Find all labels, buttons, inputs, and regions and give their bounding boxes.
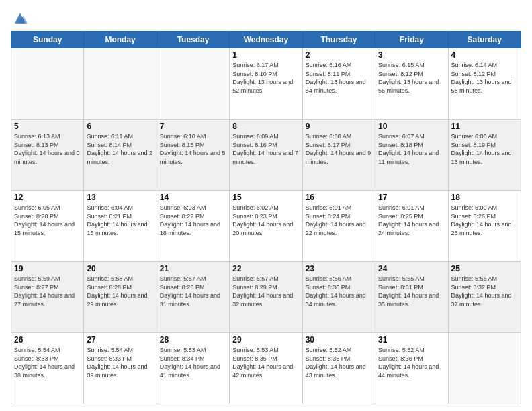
- day-number: 5: [14, 122, 81, 131]
- day-header-wednesday: Wednesday: [230, 32, 302, 48]
- day-info: Sunrise: 5:55 AMSunset: 8:31 PMDaylight:…: [378, 275, 445, 308]
- day-info: Sunrise: 5:57 AMSunset: 8:29 PMDaylight:…: [232, 275, 299, 308]
- calendar-cell: 24Sunrise: 5:55 AMSunset: 8:31 PMDayligh…: [375, 262, 448, 333]
- day-info: Sunrise: 5:53 AMSunset: 8:35 PMDaylight:…: [232, 346, 299, 379]
- day-info: Sunrise: 6:10 AMSunset: 8:15 PMDaylight:…: [160, 132, 226, 166]
- day-header-tuesday: Tuesday: [157, 32, 229, 48]
- calendar-week-row: 26Sunrise: 5:54 AMSunset: 8:33 PMDayligh…: [11, 333, 521, 404]
- day-number: 19: [14, 264, 81, 273]
- logo: [11, 11, 28, 26]
- calendar-week-row: 1Sunrise: 6:17 AMSunset: 8:10 PMDaylight…: [11, 48, 521, 120]
- day-info: Sunrise: 6:17 AMSunset: 8:10 PMDaylight:…: [232, 61, 299, 95]
- day-number: 16: [306, 193, 372, 202]
- day-info: Sunrise: 6:11 AMSunset: 8:14 PMDaylight:…: [87, 132, 153, 166]
- day-number: 7: [160, 122, 226, 131]
- day-header-thursday: Thursday: [302, 32, 375, 48]
- day-number: 13: [87, 193, 153, 202]
- calendar-cell: 4Sunrise: 6:14 AMSunset: 8:12 PMDaylight…: [448, 48, 521, 120]
- calendar-cell: 30Sunrise: 5:52 AMSunset: 8:36 PMDayligh…: [302, 333, 375, 404]
- day-info: Sunrise: 5:56 AMSunset: 8:30 PMDaylight:…: [306, 275, 372, 308]
- day-number: 28: [160, 335, 226, 345]
- page: SundayMondayTuesdayWednesdayThursdayFrid…: [0, 0, 532, 411]
- calendar-cell: 27Sunrise: 5:54 AMSunset: 8:33 PMDayligh…: [84, 333, 157, 404]
- calendar-cell: 29Sunrise: 5:53 AMSunset: 8:35 PMDayligh…: [230, 333, 302, 404]
- day-number: 2: [306, 50, 372, 60]
- day-info: Sunrise: 6:08 AMSunset: 8:17 PMDaylight:…: [306, 132, 372, 166]
- day-info: Sunrise: 6:00 AMSunset: 8:26 PMDaylight:…: [451, 203, 518, 237]
- calendar-cell: 19Sunrise: 5:59 AMSunset: 8:27 PMDayligh…: [11, 262, 84, 333]
- day-number: 15: [232, 193, 299, 202]
- day-number: 11: [451, 122, 518, 131]
- calendar-cell: 15Sunrise: 6:02 AMSunset: 8:23 PMDayligh…: [230, 191, 302, 262]
- day-header-monday: Monday: [84, 32, 157, 48]
- calendar-cell: 8Sunrise: 6:09 AMSunset: 8:16 PMDaylight…: [230, 120, 302, 191]
- day-number: 4: [451, 50, 518, 60]
- day-number: 12: [14, 193, 81, 202]
- day-number: 18: [451, 193, 518, 202]
- day-number: 27: [87, 335, 153, 345]
- calendar-cell: 14Sunrise: 6:03 AMSunset: 8:22 PMDayligh…: [157, 191, 229, 262]
- day-info: Sunrise: 6:03 AMSunset: 8:22 PMDaylight:…: [160, 203, 226, 237]
- calendar-week-row: 12Sunrise: 6:05 AMSunset: 8:20 PMDayligh…: [11, 191, 521, 262]
- day-number: 17: [378, 193, 445, 202]
- calendar-cell: 18Sunrise: 6:00 AMSunset: 8:26 PMDayligh…: [448, 191, 521, 262]
- calendar-cell: 2Sunrise: 6:16 AMSunset: 8:11 PMDaylight…: [302, 48, 375, 120]
- calendar-cell: 3Sunrise: 6:15 AMSunset: 8:12 PMDaylight…: [375, 48, 448, 120]
- calendar-cell: 20Sunrise: 5:58 AMSunset: 8:28 PMDayligh…: [84, 262, 157, 333]
- day-info: Sunrise: 6:13 AMSunset: 8:13 PMDaylight:…: [14, 132, 81, 166]
- calendar-cell: 12Sunrise: 6:05 AMSunset: 8:20 PMDayligh…: [11, 191, 84, 262]
- day-info: Sunrise: 6:15 AMSunset: 8:12 PMDaylight:…: [378, 61, 445, 95]
- calendar-cell: [11, 48, 84, 120]
- day-info: Sunrise: 5:54 AMSunset: 8:33 PMDaylight:…: [87, 346, 153, 379]
- day-info: Sunrise: 6:01 AMSunset: 8:25 PMDaylight:…: [378, 203, 445, 237]
- day-number: 6: [87, 122, 153, 131]
- day-info: Sunrise: 5:53 AMSunset: 8:34 PMDaylight:…: [160, 346, 226, 379]
- calendar-cell: [157, 48, 229, 120]
- calendar-cell: 7Sunrise: 6:10 AMSunset: 8:15 PMDaylight…: [157, 120, 229, 191]
- day-number: 30: [306, 335, 372, 345]
- calendar-cell: 1Sunrise: 6:17 AMSunset: 8:10 PMDaylight…: [230, 48, 302, 120]
- day-header-saturday: Saturday: [448, 32, 521, 48]
- day-header-sunday: Sunday: [11, 32, 84, 48]
- day-number: 31: [378, 335, 445, 345]
- calendar-cell: 21Sunrise: 5:57 AMSunset: 8:28 PMDayligh…: [157, 262, 229, 333]
- day-number: 8: [232, 122, 299, 131]
- logo-text: [11, 11, 28, 26]
- calendar-cell: 9Sunrise: 6:08 AMSunset: 8:17 PMDaylight…: [302, 120, 375, 191]
- calendar-cell: 23Sunrise: 5:56 AMSunset: 8:30 PMDayligh…: [302, 262, 375, 333]
- day-info: Sunrise: 5:58 AMSunset: 8:28 PMDaylight:…: [87, 275, 153, 308]
- day-number: 26: [14, 335, 81, 345]
- day-info: Sunrise: 6:02 AMSunset: 8:23 PMDaylight:…: [232, 203, 299, 237]
- calendar-table: SundayMondayTuesdayWednesdayThursdayFrid…: [11, 31, 521, 404]
- day-info: Sunrise: 5:52 AMSunset: 8:36 PMDaylight:…: [378, 346, 445, 379]
- day-number: 10: [378, 122, 445, 131]
- day-number: 3: [378, 50, 445, 60]
- calendar-cell: 22Sunrise: 5:57 AMSunset: 8:29 PMDayligh…: [230, 262, 302, 333]
- day-info: Sunrise: 6:01 AMSunset: 8:24 PMDaylight:…: [306, 203, 372, 237]
- day-info: Sunrise: 6:06 AMSunset: 8:19 PMDaylight:…: [451, 132, 518, 166]
- day-number: 25: [451, 264, 518, 273]
- day-info: Sunrise: 5:57 AMSunset: 8:28 PMDaylight:…: [160, 275, 226, 308]
- calendar-cell: 10Sunrise: 6:07 AMSunset: 8:18 PMDayligh…: [375, 120, 448, 191]
- day-number: 14: [160, 193, 226, 202]
- header: [11, 8, 521, 26]
- calendar-cell: 5Sunrise: 6:13 AMSunset: 8:13 PMDaylight…: [11, 120, 84, 191]
- calendar-cell: 17Sunrise: 6:01 AMSunset: 8:25 PMDayligh…: [375, 191, 448, 262]
- day-number: 22: [232, 264, 299, 273]
- calendar-week-row: 19Sunrise: 5:59 AMSunset: 8:27 PMDayligh…: [11, 262, 521, 333]
- day-header-friday: Friday: [375, 32, 448, 48]
- calendar-cell: 31Sunrise: 5:52 AMSunset: 8:36 PMDayligh…: [375, 333, 448, 404]
- calendar-week-row: 5Sunrise: 6:13 AMSunset: 8:13 PMDaylight…: [11, 120, 521, 191]
- calendar-cell: 11Sunrise: 6:06 AMSunset: 8:19 PMDayligh…: [448, 120, 521, 191]
- calendar-cell: 13Sunrise: 6:04 AMSunset: 8:21 PMDayligh…: [84, 191, 157, 262]
- day-number: 20: [87, 264, 153, 273]
- day-info: Sunrise: 5:52 AMSunset: 8:36 PMDaylight:…: [306, 346, 372, 379]
- day-info: Sunrise: 5:55 AMSunset: 8:32 PMDaylight:…: [451, 275, 518, 308]
- calendar-cell: [448, 333, 521, 404]
- day-info: Sunrise: 6:09 AMSunset: 8:16 PMDaylight:…: [232, 132, 299, 166]
- day-info: Sunrise: 5:54 AMSunset: 8:33 PMDaylight:…: [14, 346, 81, 379]
- day-number: 1: [232, 50, 299, 60]
- calendar-header-row: SundayMondayTuesdayWednesdayThursdayFrid…: [11, 32, 521, 48]
- calendar-cell: 16Sunrise: 6:01 AMSunset: 8:24 PMDayligh…: [302, 191, 375, 262]
- day-info: Sunrise: 6:16 AMSunset: 8:11 PMDaylight:…: [306, 61, 372, 95]
